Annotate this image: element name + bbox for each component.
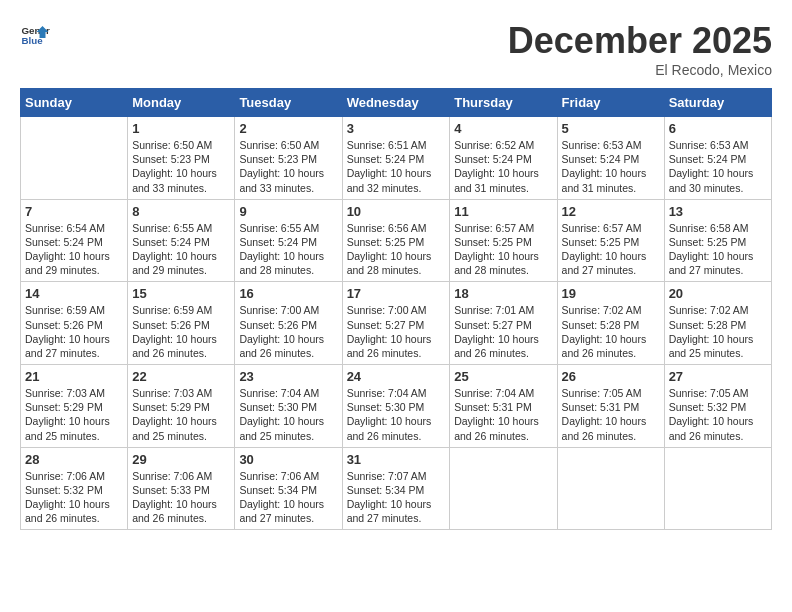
calendar-week-row: 7Sunrise: 6:54 AM Sunset: 5:24 PM Daylig… [21,199,772,282]
calendar-cell: 24Sunrise: 7:04 AM Sunset: 5:30 PM Dayli… [342,365,450,448]
calendar-cell: 11Sunrise: 6:57 AM Sunset: 5:25 PM Dayli… [450,199,557,282]
calendar-cell [664,447,771,530]
calendar-cell: 29Sunrise: 7:06 AM Sunset: 5:33 PM Dayli… [128,447,235,530]
day-info: Sunrise: 7:03 AM Sunset: 5:29 PM Dayligh… [25,386,123,443]
day-number: 7 [25,204,123,219]
day-number: 25 [454,369,552,384]
day-header-monday: Monday [128,89,235,117]
day-info: Sunrise: 7:04 AM Sunset: 5:31 PM Dayligh… [454,386,552,443]
calendar-cell: 18Sunrise: 7:01 AM Sunset: 5:27 PM Dayli… [450,282,557,365]
calendar-cell: 26Sunrise: 7:05 AM Sunset: 5:31 PM Dayli… [557,365,664,448]
day-info: Sunrise: 7:01 AM Sunset: 5:27 PM Dayligh… [454,303,552,360]
calendar-cell: 10Sunrise: 6:56 AM Sunset: 5:25 PM Dayli… [342,199,450,282]
calendar-cell: 25Sunrise: 7:04 AM Sunset: 5:31 PM Dayli… [450,365,557,448]
day-number: 13 [669,204,767,219]
day-info: Sunrise: 6:57 AM Sunset: 5:25 PM Dayligh… [562,221,660,278]
day-info: Sunrise: 6:55 AM Sunset: 5:24 PM Dayligh… [239,221,337,278]
day-number: 11 [454,204,552,219]
calendar-week-row: 21Sunrise: 7:03 AM Sunset: 5:29 PM Dayli… [21,365,772,448]
day-info: Sunrise: 6:52 AM Sunset: 5:24 PM Dayligh… [454,138,552,195]
calendar-cell: 8Sunrise: 6:55 AM Sunset: 5:24 PM Daylig… [128,199,235,282]
day-number: 8 [132,204,230,219]
day-header-friday: Friday [557,89,664,117]
calendar-cell: 28Sunrise: 7:06 AM Sunset: 5:32 PM Dayli… [21,447,128,530]
calendar-cell: 15Sunrise: 6:59 AM Sunset: 5:26 PM Dayli… [128,282,235,365]
day-info: Sunrise: 7:04 AM Sunset: 5:30 PM Dayligh… [239,386,337,443]
calendar-cell: 6Sunrise: 6:53 AM Sunset: 5:24 PM Daylig… [664,117,771,200]
title-block: December 2025 El Recodo, Mexico [508,20,772,78]
day-number: 4 [454,121,552,136]
calendar-cell: 5Sunrise: 6:53 AM Sunset: 5:24 PM Daylig… [557,117,664,200]
day-info: Sunrise: 7:00 AM Sunset: 5:27 PM Dayligh… [347,303,446,360]
day-header-sunday: Sunday [21,89,128,117]
day-number: 12 [562,204,660,219]
day-info: Sunrise: 6:53 AM Sunset: 5:24 PM Dayligh… [562,138,660,195]
day-number: 31 [347,452,446,467]
calendar-cell: 14Sunrise: 6:59 AM Sunset: 5:26 PM Dayli… [21,282,128,365]
calendar-cell: 27Sunrise: 7:05 AM Sunset: 5:32 PM Dayli… [664,365,771,448]
day-number: 18 [454,286,552,301]
calendar-cell: 3Sunrise: 6:51 AM Sunset: 5:24 PM Daylig… [342,117,450,200]
day-number: 26 [562,369,660,384]
day-number: 28 [25,452,123,467]
day-number: 22 [132,369,230,384]
calendar-cell: 7Sunrise: 6:54 AM Sunset: 5:24 PM Daylig… [21,199,128,282]
day-info: Sunrise: 6:58 AM Sunset: 5:25 PM Dayligh… [669,221,767,278]
day-info: Sunrise: 7:00 AM Sunset: 5:26 PM Dayligh… [239,303,337,360]
day-number: 3 [347,121,446,136]
day-info: Sunrise: 7:06 AM Sunset: 5:34 PM Dayligh… [239,469,337,526]
day-number: 5 [562,121,660,136]
calendar-cell: 22Sunrise: 7:03 AM Sunset: 5:29 PM Dayli… [128,365,235,448]
calendar-cell [21,117,128,200]
day-info: Sunrise: 6:55 AM Sunset: 5:24 PM Dayligh… [132,221,230,278]
day-number: 19 [562,286,660,301]
calendar-cell: 23Sunrise: 7:04 AM Sunset: 5:30 PM Dayli… [235,365,342,448]
month-title: December 2025 [508,20,772,62]
day-number: 10 [347,204,446,219]
day-info: Sunrise: 7:05 AM Sunset: 5:32 PM Dayligh… [669,386,767,443]
calendar-body: 1Sunrise: 6:50 AM Sunset: 5:23 PM Daylig… [21,117,772,530]
calendar-cell: 9Sunrise: 6:55 AM Sunset: 5:24 PM Daylig… [235,199,342,282]
day-number: 14 [25,286,123,301]
calendar-week-row: 1Sunrise: 6:50 AM Sunset: 5:23 PM Daylig… [21,117,772,200]
calendar-cell [450,447,557,530]
calendar-cell: 16Sunrise: 7:00 AM Sunset: 5:26 PM Dayli… [235,282,342,365]
calendar-cell: 12Sunrise: 6:57 AM Sunset: 5:25 PM Dayli… [557,199,664,282]
day-info: Sunrise: 6:59 AM Sunset: 5:26 PM Dayligh… [25,303,123,360]
calendar-cell: 30Sunrise: 7:06 AM Sunset: 5:34 PM Dayli… [235,447,342,530]
calendar-week-row: 14Sunrise: 6:59 AM Sunset: 5:26 PM Dayli… [21,282,772,365]
day-number: 9 [239,204,337,219]
calendar-week-row: 28Sunrise: 7:06 AM Sunset: 5:32 PM Dayli… [21,447,772,530]
calendar-cell: 4Sunrise: 6:52 AM Sunset: 5:24 PM Daylig… [450,117,557,200]
day-number: 24 [347,369,446,384]
day-number: 29 [132,452,230,467]
calendar-cell: 2Sunrise: 6:50 AM Sunset: 5:23 PM Daylig… [235,117,342,200]
day-info: Sunrise: 7:02 AM Sunset: 5:28 PM Dayligh… [669,303,767,360]
calendar-cell: 17Sunrise: 7:00 AM Sunset: 5:27 PM Dayli… [342,282,450,365]
day-info: Sunrise: 7:04 AM Sunset: 5:30 PM Dayligh… [347,386,446,443]
day-info: Sunrise: 7:06 AM Sunset: 5:33 PM Dayligh… [132,469,230,526]
day-number: 20 [669,286,767,301]
day-number: 6 [669,121,767,136]
day-info: Sunrise: 6:53 AM Sunset: 5:24 PM Dayligh… [669,138,767,195]
day-number: 23 [239,369,337,384]
day-header-tuesday: Tuesday [235,89,342,117]
calendar-cell [557,447,664,530]
calendar-table: SundayMondayTuesdayWednesdayThursdayFrid… [20,88,772,530]
day-number: 27 [669,369,767,384]
calendar-cell: 21Sunrise: 7:03 AM Sunset: 5:29 PM Dayli… [21,365,128,448]
day-number: 30 [239,452,337,467]
day-info: Sunrise: 6:50 AM Sunset: 5:23 PM Dayligh… [132,138,230,195]
calendar-cell: 19Sunrise: 7:02 AM Sunset: 5:28 PM Dayli… [557,282,664,365]
page-header: General Blue December 2025 El Recodo, Me… [20,20,772,78]
logo: General Blue [20,20,50,50]
day-info: Sunrise: 7:06 AM Sunset: 5:32 PM Dayligh… [25,469,123,526]
day-header-thursday: Thursday [450,89,557,117]
day-number: 17 [347,286,446,301]
day-header-saturday: Saturday [664,89,771,117]
day-number: 2 [239,121,337,136]
calendar-cell: 31Sunrise: 7:07 AM Sunset: 5:34 PM Dayli… [342,447,450,530]
day-info: Sunrise: 7:03 AM Sunset: 5:29 PM Dayligh… [132,386,230,443]
calendar-cell: 20Sunrise: 7:02 AM Sunset: 5:28 PM Dayli… [664,282,771,365]
day-info: Sunrise: 6:50 AM Sunset: 5:23 PM Dayligh… [239,138,337,195]
